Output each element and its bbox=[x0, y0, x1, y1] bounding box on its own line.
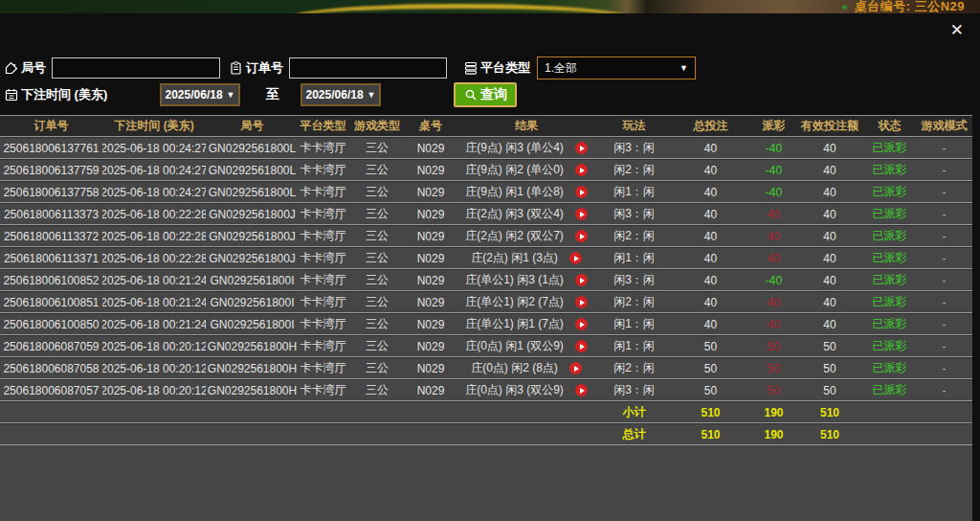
result-text: 庄(单公1) 闲1 (7点) bbox=[465, 316, 564, 332]
cell-round bbox=[206, 424, 299, 444]
cell-round: GN0292561800I bbox=[206, 292, 299, 312]
cell-order: 250618006137758 bbox=[0, 182, 102, 202]
date-to-picker[interactable]: 2025/06/18 ▼ bbox=[301, 83, 381, 106]
result-text: 庄(9点) 闲1 (单公8) bbox=[465, 184, 564, 200]
column-header-table_no: 桌号 bbox=[407, 116, 455, 136]
cell-valid: 40 bbox=[796, 160, 863, 180]
cell-play: 闲3：闲 bbox=[598, 138, 670, 158]
cell-platform: 卡卡湾厅 bbox=[299, 380, 347, 400]
round-filter: 局号 bbox=[4, 56, 220, 80]
cell-status: 已派彩 bbox=[863, 292, 916, 312]
game-background-strip: 桌台编号: 三公N29 bbox=[0, 0, 980, 13]
cell-status: 已派彩 bbox=[863, 336, 916, 356]
play-video-icon[interactable] bbox=[575, 164, 588, 176]
play-video-icon[interactable] bbox=[575, 230, 588, 242]
cell-game: 三公 bbox=[347, 270, 407, 290]
cell-order: 250618006137759 bbox=[0, 160, 102, 180]
play-video-icon[interactable] bbox=[575, 384, 588, 396]
cell-game: 三公 bbox=[347, 204, 407, 224]
cell-round: GN0292561800H bbox=[206, 336, 299, 356]
cell-table_no: N029 bbox=[407, 270, 455, 290]
cell-game: 三公 bbox=[347, 226, 407, 246]
search-button[interactable]: 查询 bbox=[454, 82, 517, 107]
cell-payout: -40 bbox=[751, 270, 796, 290]
column-header-time: 下注时间 (美东) bbox=[102, 116, 206, 136]
cell-play: 总计 bbox=[598, 424, 670, 444]
play-video-icon[interactable] bbox=[575, 142, 588, 154]
cell-order: 250618006113371 bbox=[0, 248, 102, 268]
result-cell: 庄(0点) 闲2 (8点) bbox=[455, 358, 598, 378]
play-video-icon[interactable] bbox=[569, 362, 582, 374]
play-video-icon[interactable] bbox=[575, 274, 588, 286]
cell-table_no: N029 bbox=[407, 314, 455, 334]
order-filter-label: 订单号 bbox=[246, 59, 283, 77]
to-label: 至 bbox=[266, 86, 279, 103]
column-header-total: 总投注 bbox=[670, 116, 751, 136]
cell-platform: 卡卡湾厅 bbox=[299, 336, 347, 356]
column-header-payout: 派彩 bbox=[751, 116, 796, 136]
cell-total: 40 bbox=[670, 314, 751, 334]
date-from-picker[interactable]: 2025/06/18 ▼ bbox=[160, 83, 240, 106]
cell-table_no: N029 bbox=[407, 380, 455, 400]
cell-total: 40 bbox=[670, 292, 751, 312]
close-icon[interactable]: ✕ bbox=[950, 22, 964, 38]
cell-game: 三公 bbox=[347, 380, 407, 400]
platform-filter: 平台类型 1.全部 ▼ bbox=[463, 56, 696, 80]
cell-valid: 510 bbox=[796, 402, 863, 422]
result-cell: 庄(单公1) 闲3 (1点) bbox=[455, 270, 598, 290]
cell-table_no bbox=[407, 402, 455, 422]
cell-valid: 40 bbox=[796, 314, 863, 334]
cell-valid: 40 bbox=[796, 138, 863, 158]
play-video-icon[interactable] bbox=[575, 186, 588, 198]
cell-mode: - bbox=[916, 226, 972, 246]
cell-order: 250618006087058 bbox=[0, 358, 102, 378]
column-header-result: 结果 bbox=[455, 116, 598, 136]
cell-valid: 40 bbox=[796, 270, 863, 290]
cell-round: GN0292561800L bbox=[206, 160, 299, 180]
tag-icon bbox=[4, 61, 18, 76]
cell-valid: 40 bbox=[796, 182, 863, 202]
cell-mode: - bbox=[916, 204, 972, 224]
cell-game: 三公 bbox=[347, 182, 407, 202]
play-video-icon[interactable] bbox=[575, 296, 588, 308]
cell-time: 2025-06-18 00:24:27 bbox=[102, 160, 206, 180]
column-header-order: 订单号 bbox=[0, 116, 102, 136]
play-video-icon[interactable] bbox=[575, 318, 588, 330]
cell-total: 510 bbox=[670, 424, 751, 444]
bet-records-modal: ✕ 局号 订单号 平台类型 bbox=[0, 13, 980, 521]
table-row: 2506180061133712025-06-18 00:22:28GN0292… bbox=[0, 247, 972, 269]
play-video-icon[interactable] bbox=[575, 208, 588, 220]
cell-mode: - bbox=[916, 160, 972, 180]
cell-status bbox=[863, 402, 916, 422]
play-video-icon[interactable] bbox=[569, 252, 582, 264]
cell-game: 三公 bbox=[347, 358, 407, 378]
result-cell: 庄(2点) 闲1 (3点) bbox=[455, 248, 598, 268]
cell-payout: 40 bbox=[751, 292, 796, 312]
column-header-valid: 有效投注额 bbox=[796, 116, 863, 136]
cell-play: 闲2：闲 bbox=[598, 226, 670, 246]
table-row: 2506180060870582025-06-18 00:20:12GN0292… bbox=[0, 357, 972, 379]
bet-records-table: 订单号下注时间 (美东)局号平台类型游戏类型桌号结果玩法总投注派彩有效投注额状态… bbox=[0, 115, 972, 521]
order-input[interactable] bbox=[289, 57, 447, 79]
table-body: 2506180061377612025-06-18 00:24:27GN0292… bbox=[0, 137, 972, 445]
cell-game bbox=[347, 424, 407, 444]
cell-valid: 50 bbox=[796, 358, 863, 378]
cell-result bbox=[455, 424, 598, 444]
cell-order: 250618006113372 bbox=[0, 226, 102, 246]
cell-total: 40 bbox=[670, 160, 751, 180]
column-header-platform: 平台类型 bbox=[299, 116, 347, 136]
cell-time: 2025-06-18 00:21:24 bbox=[102, 270, 206, 290]
cell-status: 已派彩 bbox=[863, 380, 916, 400]
platform-select[interactable]: 1.全部 ▼ bbox=[537, 57, 696, 79]
cell-table_no bbox=[407, 424, 455, 444]
cell-time: 2025-06-18 00:22:28 bbox=[102, 226, 206, 246]
play-video-icon[interactable] bbox=[575, 340, 588, 352]
cell-game: 三公 bbox=[347, 138, 407, 158]
magnifier-icon bbox=[463, 88, 478, 102]
cell-round: GN0292561800L bbox=[206, 182, 299, 202]
round-input[interactable] bbox=[52, 57, 220, 79]
cell-game: 三公 bbox=[347, 336, 407, 356]
cell-game: 三公 bbox=[347, 292, 407, 312]
result-text: 庄(0点) 闲3 (双公9) bbox=[465, 382, 564, 398]
result-text: 庄(单公1) 闲2 (7点) bbox=[465, 294, 564, 310]
